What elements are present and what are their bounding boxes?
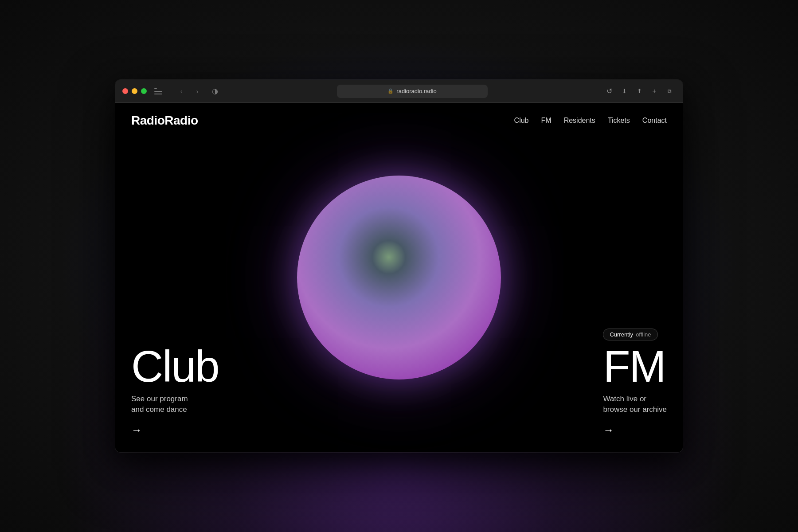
close-button[interactable] [122,88,128,94]
nav-links: Club FM Residents Tickets Contact [514,117,667,125]
fm-description: Watch live or browse our archive [603,394,667,415]
fm-title: FM [603,344,667,388]
minimize-button[interactable] [132,88,137,94]
nav-link-contact[interactable]: Contact [642,117,667,125]
new-tab-button[interactable]: + [648,85,661,98]
site-navigation: RadioRadio Club FM Residents Tickets Con… [115,103,683,138]
section-fm: Currently offline FM Watch live or brows… [603,329,667,436]
fm-desc-line1: Watch live or [603,395,646,403]
nav-link-club[interactable]: Club [514,117,529,125]
site-logo[interactable]: RadioRadio [131,113,198,128]
privacy-icon[interactable]: ◑ [209,85,221,98]
website-content: RadioRadio Club FM Residents Tickets Con… [115,103,683,452]
traffic-lights [122,88,147,94]
nav-link-tickets[interactable]: Tickets [608,117,630,125]
address-bar[interactable]: 🔒 radioradio.radio [337,85,488,98]
sidebar-toggle-button[interactable] [152,85,164,98]
club-description: See our program and come dance [131,394,219,415]
navigation-controls: ‹ › [175,85,203,98]
status-currently-text: Currently [610,331,633,338]
back-button[interactable]: ‹ [175,85,188,98]
lock-icon: 🔒 [387,88,394,94]
browser-window: ‹ › ◑ 🔒 radioradio.radio ↺ ⬇ ⬆ + ⧉ Radio… [115,80,683,452]
fm-arrow-link[interactable]: → [603,424,614,436]
sidebar-icon [154,88,162,94]
nav-link-fm[interactable]: FM [541,117,552,125]
hero-orb [297,176,501,379]
club-desc-line1: See our program [131,395,188,403]
club-title: Club [131,344,219,388]
section-club: Club See our program and come dance → [131,344,219,436]
hero-orb-container [297,176,501,379]
download-button[interactable]: ⬇ [618,85,630,98]
browser-right-controls: ↺ ⬇ ⬆ + ⧉ [603,85,676,98]
maximize-button[interactable] [141,88,147,94]
status-badge: Currently offline [603,329,657,340]
club-desc-line2: and come dance [131,405,187,414]
address-bar-wrapper: 🔒 radioradio.radio [227,85,598,98]
browser-chrome: ‹ › ◑ 🔒 radioradio.radio ↺ ⬇ ⬆ + ⧉ [115,80,683,103]
forward-button[interactable]: › [191,85,203,98]
status-state-text: offline [636,331,651,338]
share-button[interactable]: ⬆ [633,85,645,98]
club-arrow-link[interactable]: → [131,424,142,436]
refresh-button[interactable]: ↺ [603,85,615,98]
nav-link-residents[interactable]: Residents [564,117,595,125]
url-text: radioradio.radio [396,88,436,94]
fm-desc-line2: browse our archive [603,405,667,414]
tab-overview-button[interactable]: ⧉ [663,85,676,98]
